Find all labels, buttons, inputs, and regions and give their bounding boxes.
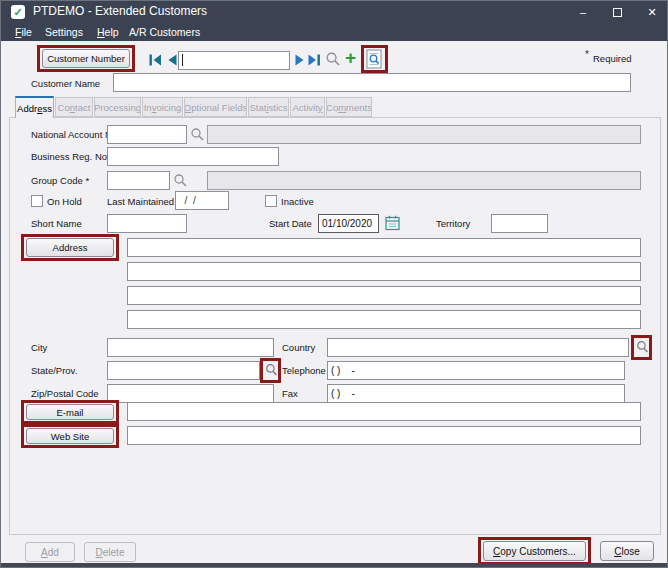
nav-previous-button[interactable] <box>166 53 178 67</box>
address-line-3-input[interactable] <box>127 286 641 305</box>
new-record-button[interactable]: + <box>345 47 356 69</box>
menu-help-label: Help <box>97 26 119 38</box>
calendar-icon <box>385 215 400 231</box>
menu-ar-customers[interactable]: A/R Customers <box>129 24 200 40</box>
customer-number-label: Customer Number <box>47 53 125 64</box>
business-reg-input[interactable] <box>107 147 279 166</box>
on-hold-checkbox[interactable] <box>31 195 43 207</box>
tab-invoicing[interactable]: Invoicing <box>142 97 183 117</box>
web-site-button[interactable]: Web Site <box>26 428 114 444</box>
national-account-name-display <box>207 125 641 144</box>
tab-comments[interactable]: Comments <box>326 97 372 117</box>
start-date-input[interactable]: 01/10/2020 <box>318 214 379 233</box>
close-button[interactable]: Close <box>600 541 654 561</box>
inactive-checkbox[interactable] <box>265 195 277 207</box>
menu-file-label: File <box>15 26 32 38</box>
drilldown-new-button[interactable] <box>366 49 383 69</box>
nav-first-icon <box>148 53 163 67</box>
email-button[interactable]: E-mail <box>26 404 114 420</box>
tab-statistics-label: Statistics <box>249 102 287 113</box>
nav-first-button[interactable] <box>148 53 163 67</box>
nav-last-button[interactable] <box>307 53 322 67</box>
tab-contact[interactable]: Contact <box>55 97 93 117</box>
nav-next-button[interactable] <box>294 53 306 67</box>
state-prov-finder-button[interactable] <box>265 363 278 377</box>
delete-button[interactable]: Delete <box>84 542 136 562</box>
country-label: Country <box>282 338 315 357</box>
customer-number-button[interactable]: Customer Number <box>42 49 130 68</box>
minimize-icon: – <box>580 6 586 18</box>
tab-activity[interactable]: Activity <box>290 97 325 117</box>
web-site-input[interactable] <box>127 426 641 445</box>
country-finder-button[interactable] <box>636 340 649 354</box>
group-code-finder-button[interactable] <box>173 173 188 188</box>
city-input[interactable] <box>107 338 274 357</box>
tab-optional-fields-label: Optional Fields <box>184 102 247 113</box>
customer-number-input[interactable] <box>178 51 290 70</box>
address-line-4-input[interactable] <box>127 310 641 329</box>
on-hold-label: On Hold <box>47 192 82 211</box>
zip-postal-input[interactable] <box>107 384 274 403</box>
menu-settings-label: Settings <box>45 26 83 38</box>
menu-file[interactable]: File <box>15 24 32 40</box>
search-icon <box>190 127 205 142</box>
national-account-input[interactable] <box>107 125 187 144</box>
short-name-label: Short Name <box>31 214 82 233</box>
state-prov-label: State/Prov. <box>31 361 77 380</box>
zip-postal-label: Zip/Postal Code <box>31 384 99 403</box>
address-button-label: Address <box>53 242 88 253</box>
last-maintained-label: Last Maintained <box>107 192 174 211</box>
document-magnifier-icon <box>366 49 383 69</box>
customer-name-label: Customer Name <box>31 74 100 93</box>
title-bar: ✓ PTDEMO - Extended Customers – ✕ <box>1 1 667 23</box>
app-icon: ✓ <box>11 5 25 19</box>
national-account-finder-button[interactable] <box>190 127 205 142</box>
nav-next-icon <box>294 53 306 67</box>
menu-help[interactable]: Help <box>97 24 119 40</box>
address-line-1-input[interactable] <box>127 238 641 257</box>
country-input[interactable] <box>327 338 629 357</box>
fax-input[interactable]: ( ) - <box>327 384 625 403</box>
minimize-button[interactable]: – <box>567 1 599 23</box>
address-button[interactable]: Address <box>26 238 114 257</box>
close-icon: ✕ <box>647 6 656 19</box>
inactive-label: Inactive <box>281 192 314 211</box>
short-name-input[interactable] <box>107 214 187 233</box>
address-line-2-input[interactable] <box>127 262 641 281</box>
tab-statistics[interactable]: Statistics <box>248 97 289 117</box>
menu-bar: File Settings Help A/R Customers <box>1 23 667 41</box>
state-prov-input[interactable] <box>107 361 260 380</box>
search-icon <box>265 363 278 377</box>
email-button-label: E-mail <box>57 407 84 418</box>
tab-activity-label: Activity <box>292 102 322 113</box>
add-button-label: Add <box>41 547 59 558</box>
copy-customers-label: Copy Customers... <box>493 546 576 557</box>
tab-address[interactable]: Address <box>15 96 54 118</box>
customer-name-input[interactable] <box>113 73 631 92</box>
calendar-button[interactable] <box>385 215 400 231</box>
copy-customers-button[interactable]: Copy Customers... <box>483 541 586 561</box>
delete-button-label: Delete <box>96 547 125 558</box>
finder-button[interactable] <box>325 51 341 67</box>
tab-optional-fields[interactable]: Optional Fields <box>184 97 247 117</box>
add-button[interactable]: Add <box>25 542 75 562</box>
plus-icon: + <box>345 47 356 68</box>
search-icon <box>325 51 341 67</box>
email-input[interactable] <box>127 402 641 421</box>
tab-address-label: Address <box>17 103 52 114</box>
tab-contact-label: Contact <box>58 102 91 113</box>
web-site-button-label: Web Site <box>51 431 89 442</box>
search-icon <box>636 340 649 354</box>
tab-processing[interactable]: Processing <box>94 97 141 117</box>
nav-previous-icon <box>166 53 178 67</box>
text-caret <box>182 54 183 66</box>
close-window-button[interactable]: ✕ <box>635 1 668 23</box>
close-button-label: Close <box>614 546 640 557</box>
territory-input[interactable] <box>491 214 548 233</box>
search-icon <box>173 173 188 188</box>
required-note: Required <box>593 49 632 68</box>
menu-settings[interactable]: Settings <box>45 24 83 40</box>
group-code-input[interactable] <box>107 171 170 190</box>
telephone-input[interactable]: ( ) - <box>327 361 625 380</box>
maximize-button[interactable] <box>601 1 633 23</box>
